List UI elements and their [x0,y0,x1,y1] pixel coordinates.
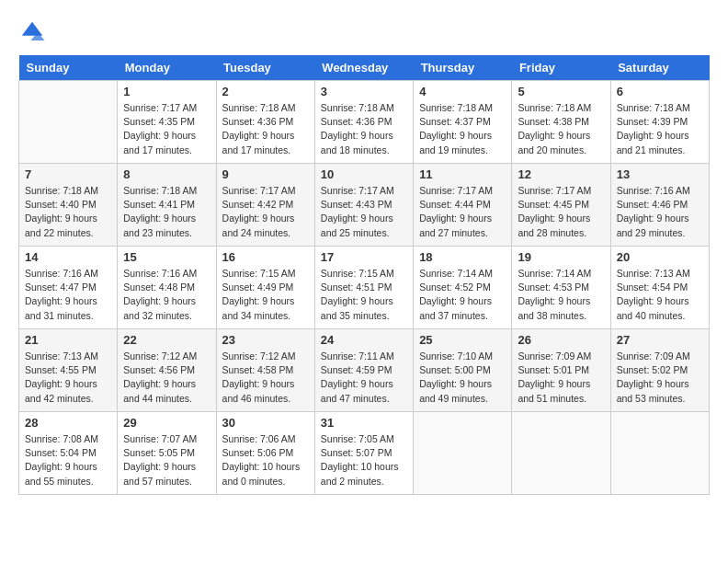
day-number: 29 [123,416,210,430]
logo [18,18,50,46]
calendar-header-row: SundayMondayTuesdayWednesdayThursdayFrid… [19,55,710,81]
day-info: Sunrise: 7:08 AMSunset: 5:04 PMDaylight:… [25,432,111,488]
calendar-day-cell: 11Sunrise: 7:17 AMSunset: 4:44 PMDayligh… [414,164,512,247]
calendar-day-cell: 5Sunrise: 7:18 AMSunset: 4:38 PMDaylight… [512,81,610,164]
day-number: 5 [518,85,604,98]
day-info: Sunrise: 7:18 AMSunset: 4:36 PMDaylight:… [222,101,309,157]
day-number: 11 [419,167,506,181]
day-info: Sunrise: 7:11 AMSunset: 4:59 PMDaylight:… [321,350,407,406]
day-number: 24 [321,333,407,347]
calendar-day-cell: 2Sunrise: 7:18 AMSunset: 4:36 PMDaylight… [216,81,314,164]
day-number: 10 [321,167,407,181]
day-info: Sunrise: 7:17 AMSunset: 4:45 PMDaylight:… [518,184,604,240]
calendar-day-cell: 29Sunrise: 7:07 AMSunset: 5:05 PMDayligh… [118,412,216,495]
calendar-day-cell: 4Sunrise: 7:18 AMSunset: 4:37 PMDaylight… [414,81,512,164]
calendar-day-cell: 20Sunrise: 7:13 AMSunset: 4:54 PMDayligh… [610,247,709,329]
calendar-day-header: Monday [118,55,216,81]
calendar-week-row: 14Sunrise: 7:16 AMSunset: 4:47 PMDayligh… [19,247,710,329]
svg-marker-0 [22,22,43,36]
day-info: Sunrise: 7:12 AMSunset: 4:56 PMDaylight:… [123,350,210,406]
calendar-day-header: Sunday [19,55,118,81]
day-info: Sunrise: 7:05 AMSunset: 5:07 PMDaylight:… [321,432,407,488]
calendar-week-row: 28Sunrise: 7:08 AMSunset: 5:04 PMDayligh… [19,412,710,495]
calendar-week-row: 7Sunrise: 7:18 AMSunset: 4:40 PMDaylight… [19,164,710,247]
calendar-day-cell: 21Sunrise: 7:13 AMSunset: 4:55 PMDayligh… [19,329,118,412]
calendar-day-cell: 24Sunrise: 7:11 AMSunset: 4:59 PMDayligh… [314,329,413,412]
calendar-day-cell: 18Sunrise: 7:14 AMSunset: 4:52 PMDayligh… [414,247,512,329]
day-info: Sunrise: 7:18 AMSunset: 4:41 PMDaylight:… [123,184,210,240]
calendar-day-header: Friday [512,55,610,81]
calendar-day-cell: 15Sunrise: 7:16 AMSunset: 4:48 PMDayligh… [118,247,216,329]
day-number: 4 [419,85,506,98]
page-header [18,18,710,46]
calendar-day-cell: 17Sunrise: 7:15 AMSunset: 4:51 PMDayligh… [314,247,413,329]
day-info: Sunrise: 7:12 AMSunset: 4:58 PMDaylight:… [222,350,309,406]
day-info: Sunrise: 7:17 AMSunset: 4:42 PMDaylight:… [222,184,309,240]
day-info: Sunrise: 7:18 AMSunset: 4:40 PMDaylight:… [25,184,111,240]
calendar-day-cell [512,412,610,495]
day-info: Sunrise: 7:18 AMSunset: 4:39 PMDaylight:… [617,101,703,157]
calendar-day-cell: 26Sunrise: 7:09 AMSunset: 5:01 PMDayligh… [512,329,610,412]
day-number: 22 [123,333,210,347]
day-number: 20 [617,250,703,264]
calendar-day-header: Tuesday [216,55,314,81]
day-number: 6 [617,85,703,98]
calendar-day-cell: 13Sunrise: 7:16 AMSunset: 4:46 PMDayligh… [610,164,709,247]
logo-icon [18,18,46,46]
calendar-day-cell: 8Sunrise: 7:18 AMSunset: 4:41 PMDaylight… [118,164,216,247]
day-number: 16 [222,250,309,264]
day-number: 19 [518,250,604,264]
calendar-day-cell: 10Sunrise: 7:17 AMSunset: 4:43 PMDayligh… [314,164,413,247]
calendar-day-cell: 16Sunrise: 7:15 AMSunset: 4:49 PMDayligh… [216,247,314,329]
day-info: Sunrise: 7:09 AMSunset: 5:02 PMDaylight:… [617,350,703,406]
day-number: 2 [222,85,309,98]
day-info: Sunrise: 7:14 AMSunset: 4:52 PMDaylight:… [419,267,506,323]
calendar-day-cell: 23Sunrise: 7:12 AMSunset: 4:58 PMDayligh… [216,329,314,412]
calendar-day-cell: 31Sunrise: 7:05 AMSunset: 5:07 PMDayligh… [314,412,413,495]
calendar-day-cell: 25Sunrise: 7:10 AMSunset: 5:00 PMDayligh… [414,329,512,412]
day-info: Sunrise: 7:17 AMSunset: 4:44 PMDaylight:… [419,184,506,240]
calendar-day-cell: 27Sunrise: 7:09 AMSunset: 5:02 PMDayligh… [610,329,709,412]
calendar-day-cell: 14Sunrise: 7:16 AMSunset: 4:47 PMDayligh… [19,247,118,329]
calendar-day-cell: 7Sunrise: 7:18 AMSunset: 4:40 PMDaylight… [19,164,118,247]
day-info: Sunrise: 7:10 AMSunset: 5:00 PMDaylight:… [419,350,506,406]
calendar-week-row: 1Sunrise: 7:17 AMSunset: 4:35 PMDaylight… [19,81,710,164]
day-number: 12 [518,167,604,181]
day-number: 30 [222,416,309,430]
calendar-day-cell: 22Sunrise: 7:12 AMSunset: 4:56 PMDayligh… [118,329,216,412]
calendar-day-cell: 9Sunrise: 7:17 AMSunset: 4:42 PMDaylight… [216,164,314,247]
day-number: 13 [617,167,703,181]
calendar-day-cell: 3Sunrise: 7:18 AMSunset: 4:36 PMDaylight… [314,81,413,164]
day-number: 21 [25,333,111,347]
day-number: 1 [123,85,210,98]
calendar-day-cell: 28Sunrise: 7:08 AMSunset: 5:04 PMDayligh… [19,412,118,495]
day-info: Sunrise: 7:13 AMSunset: 4:55 PMDaylight:… [25,350,111,406]
calendar-day-header: Thursday [414,55,512,81]
day-number: 18 [419,250,506,264]
day-number: 14 [25,250,111,264]
day-info: Sunrise: 7:16 AMSunset: 4:47 PMDaylight:… [25,267,111,323]
day-number: 27 [617,333,703,347]
calendar-day-cell [19,81,118,164]
day-info: Sunrise: 7:07 AMSunset: 5:05 PMDaylight:… [123,432,210,488]
day-info: Sunrise: 7:06 AMSunset: 5:06 PMDaylight:… [222,432,309,488]
day-info: Sunrise: 7:16 AMSunset: 4:46 PMDaylight:… [617,184,703,240]
calendar-day-cell: 12Sunrise: 7:17 AMSunset: 4:45 PMDayligh… [512,164,610,247]
calendar-day-cell: 1Sunrise: 7:17 AMSunset: 4:35 PMDaylight… [118,81,216,164]
day-number: 28 [25,416,111,430]
day-info: Sunrise: 7:16 AMSunset: 4:48 PMDaylight:… [123,267,210,323]
day-info: Sunrise: 7:13 AMSunset: 4:54 PMDaylight:… [617,267,703,323]
day-info: Sunrise: 7:15 AMSunset: 4:49 PMDaylight:… [222,267,309,323]
day-number: 23 [222,333,309,347]
day-number: 8 [123,167,210,181]
day-info: Sunrise: 7:18 AMSunset: 4:36 PMDaylight:… [321,101,407,157]
day-info: Sunrise: 7:14 AMSunset: 4:53 PMDaylight:… [518,267,604,323]
day-number: 26 [518,333,604,347]
day-info: Sunrise: 7:18 AMSunset: 4:37 PMDaylight:… [419,101,506,157]
calendar-day-cell [610,412,709,495]
calendar-day-header: Saturday [610,55,709,81]
day-info: Sunrise: 7:17 AMSunset: 4:43 PMDaylight:… [321,184,407,240]
day-info: Sunrise: 7:17 AMSunset: 4:35 PMDaylight:… [123,101,210,157]
day-number: 17 [321,250,407,264]
day-number: 3 [321,85,407,98]
